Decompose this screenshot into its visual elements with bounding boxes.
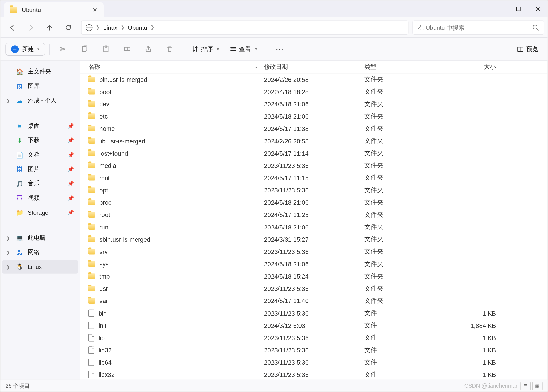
column-date[interactable]: 修改日期 (264, 63, 364, 71)
titlebar: Ubuntu ✕ + (0, 0, 547, 17)
breadcrumb[interactable]: ❯ Linux ❯ Ubuntu ❯ (81, 20, 408, 35)
file-type: 文件 (364, 371, 446, 379)
breadcrumb-item[interactable]: Ubuntu (128, 24, 147, 31)
table-row[interactable]: run2024/5/18 21:06文件夹 (80, 221, 548, 233)
table-row[interactable]: etc2024/5/18 21:06文件夹 (80, 110, 548, 123)
sidebar-item-thispc[interactable]: ❯ 💻 此电脑 (2, 231, 78, 245)
back-button[interactable] (4, 20, 21, 35)
table-row[interactable]: dev2024/5/18 21:06文件夹 (80, 98, 548, 110)
table-row[interactable]: sys2024/5/18 21:06文件夹 (80, 258, 548, 270)
folder-icon (88, 126, 95, 131)
file-name: srv (99, 248, 108, 255)
window-controls (489, 0, 547, 17)
sidebar-item-downloads[interactable]: ⬇ 下载 📌 (2, 134, 78, 147)
table-row[interactable]: bin.usr-is-merged2024/2/26 20:58文件夹 (80, 73, 548, 86)
close-tab-icon[interactable]: ✕ (92, 6, 98, 13)
chevron-right-icon: ❯ (96, 25, 100, 30)
music-icon: 🎵 (16, 180, 23, 188)
file-type: 文件 (364, 346, 446, 354)
new-tab-button[interactable]: + (104, 9, 116, 17)
search-box[interactable] (412, 20, 544, 35)
new-button[interactable]: + 新建 ▾ (5, 43, 45, 56)
file-name: opt (99, 187, 108, 194)
sidebar-item-home[interactable]: 🏠 主文件夹 (2, 65, 78, 79)
chevron-right-icon[interactable]: ❯ (6, 265, 10, 269)
sort-button[interactable]: 排序 ▾ (188, 45, 223, 53)
table-row[interactable]: var2024/5/17 11:40文件夹 (80, 295, 548, 307)
icons-view-button[interactable]: ▦ (532, 381, 543, 390)
table-row[interactable]: lib2023/11/23 5:36文件1 KB (80, 332, 548, 344)
file-type: 文件夹 (364, 137, 446, 145)
maximize-button[interactable] (509, 0, 528, 17)
toolbar: + 新建 ▾ ✂ 排序 ▾ 查看 ▾ ⋯ 预览 (0, 38, 547, 60)
column-name[interactable]: 名称 ▲ (80, 63, 264, 71)
cut-button[interactable]: ✂ (54, 41, 72, 57)
table-row[interactable]: lib642023/11/23 5:36文件1 KB (80, 356, 548, 369)
network-icon: 🖧 (16, 249, 23, 256)
sidebar-item-desktop[interactable]: 🖥 桌面 📌 (2, 119, 78, 133)
folder-icon (88, 224, 95, 230)
share-button[interactable] (139, 41, 157, 57)
sidebar-item-storage[interactable]: 📁 Storage 📌 (2, 206, 78, 220)
sidebar-item-gallery[interactable]: 🖼 图库 (2, 79, 78, 93)
close-button[interactable] (528, 0, 547, 17)
minimize-button[interactable] (489, 0, 508, 17)
delete-button[interactable] (160, 41, 179, 57)
table-row[interactable]: lost+found2024/5/17 11:14文件夹 (80, 147, 548, 159)
paste-button[interactable] (96, 41, 115, 57)
table-row[interactable]: sbin.usr-is-merged2024/3/31 15:27文件夹 (80, 233, 548, 245)
refresh-button[interactable] (60, 20, 77, 35)
table-row[interactable]: boot2022/4/18 18:28文件夹 (80, 86, 548, 98)
table-row[interactable]: media2023/11/23 5:36文件夹 (80, 159, 548, 172)
table-row[interactable]: libx322023/11/23 5:36文件1 KB (80, 369, 548, 380)
tab-title: Ubuntu (22, 6, 88, 13)
table-row[interactable]: root2024/5/17 11:25文件夹 (80, 209, 548, 221)
sidebar-item-videos[interactable]: 🎞 视频 📌 (2, 191, 78, 205)
table-row[interactable]: init2024/3/12 6:03文件1,884 KB (80, 319, 548, 332)
column-size[interactable]: 大小 (446, 63, 501, 71)
up-button[interactable] (41, 20, 58, 35)
chevron-right-icon[interactable]: ❯ (6, 250, 10, 255)
tab-ubuntu[interactable]: Ubuntu ✕ (4, 2, 104, 17)
sidebar-item-pictures[interactable]: 🖼 图片 📌 (2, 163, 78, 176)
table-row[interactable]: lib.usr-is-merged2024/2/26 20:58文件夹 (80, 135, 548, 147)
file-date: 2024/5/17 11:25 (264, 212, 364, 218)
breadcrumb-item[interactable]: Linux (103, 24, 118, 31)
file-name: mnt (99, 174, 110, 181)
copy-button[interactable] (75, 41, 94, 57)
details-view-button[interactable]: ☰ (520, 381, 531, 390)
file-type: 文件夹 (364, 174, 446, 182)
file-type: 文件夹 (364, 125, 446, 133)
sidebar-item-music[interactable]: 🎵 音乐 📌 (2, 177, 78, 190)
sidebar-item-documents[interactable]: 📄 文档 📌 (2, 148, 78, 162)
file-date: 2024/5/18 21:06 (264, 101, 364, 107)
file-icon (88, 310, 94, 317)
view-button[interactable]: 查看 ▾ (226, 45, 262, 53)
file-type: 文件夹 (364, 248, 446, 256)
sidebar-item-linux[interactable]: ❯ 🐧 Linux (2, 260, 78, 274)
table-row[interactable]: tmp2024/5/18 15:24文件夹 (80, 270, 548, 283)
more-button[interactable]: ⋯ (270, 41, 289, 57)
rename-button[interactable] (118, 41, 136, 57)
sidebar-item-network[interactable]: ❯ 🖧 网络 (2, 246, 78, 259)
folder-icon (88, 151, 95, 156)
table-row[interactable]: mnt2024/5/17 11:15文件夹 (80, 172, 548, 184)
sidebar-item-onedrive[interactable]: ❯ ☁ 添成 - 个人 (2, 94, 78, 107)
forward-button[interactable] (23, 20, 40, 35)
table-row[interactable]: lib322023/11/23 5:36文件1 KB (80, 344, 548, 356)
preview-button[interactable]: 预览 (513, 45, 543, 53)
table-row[interactable]: bin2023/11/23 5:36文件1 KB (80, 307, 548, 319)
video-icon: 🎞 (16, 194, 23, 202)
table-row[interactable]: srv2023/11/23 5:36文件夹 (80, 246, 548, 258)
table-row[interactable]: proc2024/5/18 21:06文件夹 (80, 196, 548, 209)
table-row[interactable]: opt2023/11/23 5:36文件夹 (80, 184, 548, 196)
folder-icon (88, 138, 95, 144)
table-row[interactable]: usr2023/11/23 5:36文件夹 (80, 283, 548, 295)
desktop-icon: 🖥 (16, 122, 23, 130)
file-name: usr (99, 285, 108, 292)
chevron-right-icon[interactable]: ❯ (6, 98, 10, 103)
search-input[interactable] (418, 24, 532, 31)
table-row[interactable]: home2024/5/17 11:38文件夹 (80, 123, 548, 135)
chevron-right-icon[interactable]: ❯ (6, 236, 10, 240)
column-type[interactable]: 类型 (364, 63, 446, 71)
